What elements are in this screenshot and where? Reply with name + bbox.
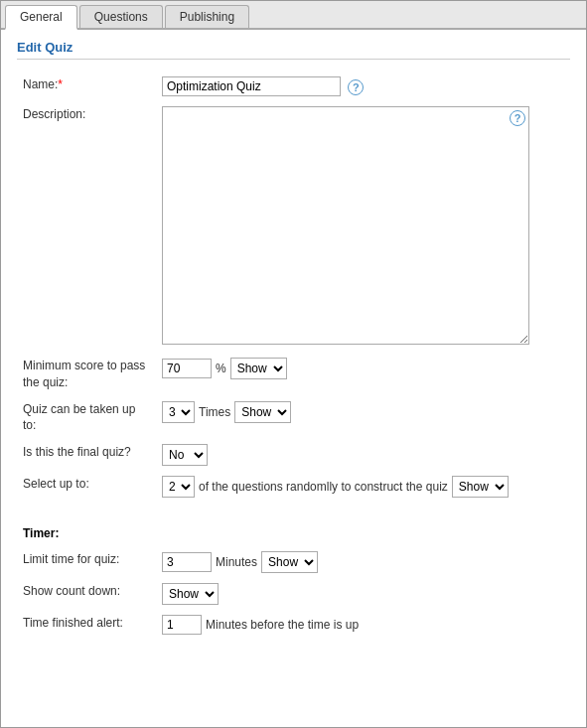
count-down-inline: Show Hide: [162, 583, 564, 605]
description-help-icon[interactable]: ?: [510, 110, 525, 126]
final-quiz-label: Is this the final quiz?: [17, 439, 156, 471]
form-content: Edit Quiz Name:* ? Description:: [1, 30, 586, 655]
time-finished-row: Time finished alert: Minutes before the …: [17, 610, 570, 640]
min-score-label: Minimum score to pass the quiz:: [17, 353, 156, 396]
quiz-taken-inline: 1 3 5 Times Show Hide: [162, 401, 564, 423]
description-row: Description: ?: [17, 101, 570, 353]
select-up-to-show-select[interactable]: Show Hide: [452, 476, 509, 498]
quiz-taken-label: Quiz can be taken up to:: [17, 396, 156, 440]
description-label: Description:: [17, 101, 156, 353]
description-container: ?: [162, 106, 529, 345]
name-input[interactable]: [162, 76, 341, 96]
limit-time-show-select[interactable]: Show Hide: [261, 551, 318, 573]
count-down-field-cell: Show Hide: [156, 578, 570, 610]
limit-time-field-cell: Minutes Show Hide: [156, 546, 570, 578]
tab-questions[interactable]: Questions: [79, 5, 163, 28]
tab-general[interactable]: General: [5, 5, 77, 30]
final-quiz-select[interactable]: No Yes: [162, 444, 208, 466]
select-up-to-field-cell: 1 2 3 4 5 of the questions randomlly to …: [156, 471, 570, 503]
tab-publishing[interactable]: Publishing: [165, 5, 249, 28]
min-score-unit: %: [216, 362, 226, 375]
min-score-show-select[interactable]: Show Hide: [230, 358, 287, 379]
final-quiz-row: Is this the final quiz? No Yes: [17, 439, 570, 471]
final-quiz-field-cell: No Yes: [156, 439, 570, 471]
timer-heading-text: Timer:: [23, 526, 59, 540]
name-field-cell: ?: [156, 72, 570, 101]
select-up-to-text: of the questions randomlly to construct …: [199, 480, 448, 494]
time-finished-field-cell: Minutes before the time is up: [156, 610, 570, 640]
name-help-icon[interactable]: ?: [348, 79, 364, 95]
select-up-to-row: Select up to: 1 2 3 4 5 of the questions…: [17, 471, 570, 503]
count-down-select[interactable]: Show Hide: [162, 583, 219, 605]
limit-time-input[interactable]: [162, 552, 212, 572]
limit-time-unit: Minutes: [216, 555, 257, 569]
quiz-taken-select[interactable]: 1 3 5: [162, 401, 195, 423]
quiz-taken-row: Quiz can be taken up to: 1 3 5 Times Sho…: [17, 396, 570, 440]
form-table: Name:* ? Description: ?: [17, 72, 570, 640]
select-up-to-select[interactable]: 1 2 3 4 5: [162, 476, 195, 498]
limit-time-label: Limit time for quiz:: [17, 546, 156, 578]
name-required: *: [58, 77, 63, 91]
name-label: Name:*: [17, 72, 156, 101]
description-textarea[interactable]: [162, 106, 529, 345]
time-finished-input[interactable]: [162, 615, 202, 635]
min-score-input[interactable]: [162, 359, 212, 378]
time-finished-inline: Minutes before the time is up: [162, 615, 564, 635]
section-title: Edit Quiz: [17, 40, 570, 60]
name-row: Name:* ?: [17, 72, 570, 101]
min-score-inline: % Show Hide: [162, 358, 564, 379]
timer-label-row: Timer:: [17, 524, 570, 546]
time-finished-text: Minutes before the time is up: [206, 618, 359, 632]
final-quiz-inline: No Yes: [162, 444, 564, 466]
timer-heading: [162, 511, 564, 517]
main-window: General Questions Publishing Edit Quiz N…: [0, 0, 587, 728]
limit-time-row: Limit time for quiz: Minutes Show Hide: [17, 546, 570, 578]
quiz-taken-unit: Times: [199, 405, 230, 419]
tab-bar: General Questions Publishing: [1, 1, 586, 30]
min-score-field-cell: % Show Hide: [156, 353, 570, 396]
timer-heading-row: [17, 503, 570, 524]
time-finished-label: Time finished alert:: [17, 610, 156, 640]
min-score-row: Minimum score to pass the quiz: % Show H…: [17, 353, 570, 396]
count-down-label: Show count down:: [17, 578, 156, 610]
select-up-to-label: Select up to:: [17, 471, 156, 503]
quiz-taken-field-cell: 1 3 5 Times Show Hide: [156, 396, 570, 440]
limit-time-inline: Minutes Show Hide: [162, 551, 564, 573]
quiz-taken-show-select[interactable]: Show Hide: [234, 401, 291, 423]
count-down-row: Show count down: Show Hide: [17, 578, 570, 610]
description-field-cell: ?: [156, 101, 570, 353]
select-up-to-inline: 1 2 3 4 5 of the questions randomlly to …: [162, 476, 564, 498]
